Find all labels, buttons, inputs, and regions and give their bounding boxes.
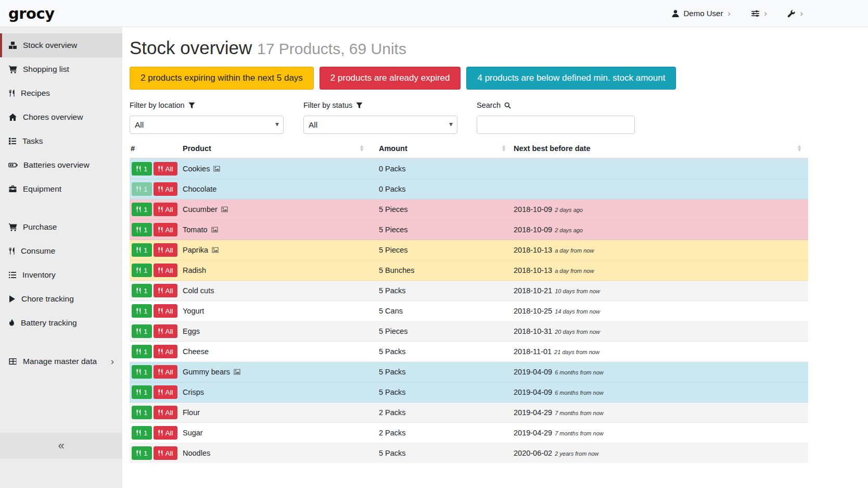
image-icon [234, 369, 240, 375]
sidebar-item-shopping-list[interactable]: Shopping list [0, 57, 122, 81]
expiring-alert-button[interactable]: 2 products expiring within the next 5 da… [130, 67, 314, 90]
product-name[interactable]: Chocolate [183, 185, 216, 193]
best-before-relative: 14 days from now [555, 308, 600, 315]
consume-all-label: All [165, 206, 173, 214]
consume-one-button[interactable]: 1 [132, 264, 152, 277]
consume-one-button[interactable]: 1 [132, 345, 152, 358]
sidebar-item-batteries-overview[interactable]: Batteries overview [0, 153, 122, 177]
table-row: 1AllRadish5 Bunches2018-10-13a day from … [130, 260, 808, 281]
column-header-product[interactable]: Product ▲▼ [182, 142, 371, 158]
consume-all-button[interactable]: All [154, 446, 177, 460]
product-name[interactable]: Flour [183, 408, 200, 417]
consume-all-button[interactable]: All [154, 284, 177, 297]
consume-one-button[interactable]: 1 [132, 406, 152, 419]
column-header-amount[interactable]: Amount ▲▼ [371, 142, 513, 158]
consume-one-button[interactable]: 1 [132, 162, 152, 176]
product-amount: 5 Pieces [371, 321, 513, 342]
product-name[interactable]: Tomato [183, 226, 208, 234]
sidebar-item-stock-overview[interactable]: Stock overview [0, 33, 122, 57]
sidebar-item-inventory[interactable]: Inventory [0, 263, 122, 287]
product-name[interactable]: Eggs [183, 327, 200, 335]
consume-one-label: 1 [144, 368, 148, 376]
sidebar-item-label: Recipes [21, 89, 50, 98]
product-name[interactable]: Cold cuts [183, 286, 214, 295]
consume-all-button[interactable]: All [154, 385, 177, 399]
search-icon [504, 102, 511, 109]
sidebar-item-consume[interactable]: Consume [0, 239, 122, 263]
consume-all-button[interactable]: All [154, 426, 177, 440]
utensils-icon [158, 328, 163, 334]
product-name[interactable]: Radish [183, 266, 206, 274]
product-name[interactable]: Crisps [183, 388, 204, 396]
best-before-date: 2018-10-31 [514, 327, 552, 335]
stock-table: # Product ▲▼ Amount ▲▼ Next best before … [130, 142, 808, 463]
product-name[interactable]: Paprika [183, 246, 208, 254]
sidebar-item-tasks[interactable]: Tasks [0, 129, 122, 153]
consume-all-button[interactable]: All [154, 223, 177, 236]
consume-all-button[interactable]: All [154, 162, 177, 176]
utensils-icon [158, 348, 163, 355]
location-filter-select[interactable]: All [130, 116, 284, 134]
best-before-date: 2018-10-25 [514, 307, 552, 315]
product-name[interactable]: Sugar [183, 429, 203, 437]
consume-one-button[interactable]: 1 [132, 243, 152, 257]
flame-icon [8, 319, 15, 327]
sidebar-item-label: Stock overview [23, 41, 77, 50]
sidebar-item-chore-tracking[interactable]: Chore tracking [0, 287, 122, 311]
search-input[interactable] [477, 116, 635, 134]
consume-one-button[interactable]: 1 [132, 223, 152, 236]
consume-one-button[interactable]: 1 [132, 385, 152, 399]
consume-all-button[interactable]: All [154, 345, 177, 358]
sidebar-item-purchase[interactable]: Purchase [0, 215, 122, 239]
consume-one-button[interactable]: 1 [132, 426, 152, 440]
consume-one-label: 1 [144, 246, 148, 254]
chevron-right-icon: › [727, 9, 731, 18]
product-name[interactable]: Noodles [183, 449, 210, 457]
status-filter-select[interactable]: All [303, 116, 457, 134]
consume-one-button[interactable]: 1 [132, 304, 152, 318]
consume-all-button[interactable]: All [154, 406, 177, 419]
consume-all-button[interactable]: All [154, 182, 177, 196]
expired-alert-button[interactable]: 2 products are already expired [320, 67, 461, 90]
consume-all-button[interactable]: All [154, 264, 177, 277]
column-header-best-before-date[interactable]: Next best before date ▲▼ [513, 142, 808, 158]
product-name[interactable]: Yogurt [183, 307, 204, 315]
sidebar-item-equipment[interactable]: Equipment [0, 177, 122, 201]
consume-all-button[interactable]: All [154, 243, 177, 257]
product-name[interactable]: Cookies [183, 165, 210, 173]
consume-all-button[interactable]: All [154, 324, 177, 338]
sidebar-item-manage-master-data[interactable]: Manage master data› [0, 349, 122, 373]
home-icon [8, 113, 17, 121]
chevron-right-icon: › [800, 9, 803, 18]
best-before-date: 2019-04-29 [514, 429, 552, 437]
grocy-logo[interactable]: grocy [8, 5, 55, 22]
utensils-icon [136, 287, 141, 294]
consume-all-label: All [165, 287, 173, 295]
product-name[interactable]: Cucumber [183, 205, 218, 214]
consume-one-button[interactable]: 1 [132, 446, 152, 460]
consume-one-label: 1 [144, 185, 148, 193]
toolbox-icon [8, 185, 17, 193]
settings-menu[interactable]: › [751, 9, 768, 18]
admin-menu[interactable]: › [787, 9, 803, 18]
sidebar-item-label: Tasks [22, 136, 43, 146]
wrench-icon [787, 9, 796, 18]
sidebar-item-chores-overview[interactable]: Chores overview [0, 105, 122, 129]
sort-icon: ▲▼ [360, 145, 363, 152]
consume-one-button[interactable]: 1 [132, 203, 152, 216]
consume-one-button[interactable]: 1 [132, 284, 152, 297]
consume-one-button[interactable]: 1 [132, 365, 152, 379]
product-name[interactable]: Cheese [183, 347, 209, 356]
product-name[interactable]: Gummy bears [183, 368, 230, 376]
consume-one-button[interactable]: 1 [132, 324, 152, 338]
below-min-stock-alert-button[interactable]: 4 products are below defined min. stock … [466, 67, 676, 90]
consume-all-button[interactable]: All [154, 203, 177, 216]
sidebar-collapse-button[interactable]: « [0, 433, 122, 459]
sidebar-item-battery-tracking[interactable]: Battery tracking [0, 311, 122, 335]
user-menu[interactable]: Demo User › [671, 9, 731, 18]
utensils-icon [158, 450, 163, 456]
sidebar-item-recipes[interactable]: Recipes [0, 81, 122, 105]
consume-all-button[interactable]: All [154, 304, 177, 318]
consume-all-button[interactable]: All [154, 365, 177, 379]
consume-one-button[interactable]: 1 [132, 182, 152, 196]
